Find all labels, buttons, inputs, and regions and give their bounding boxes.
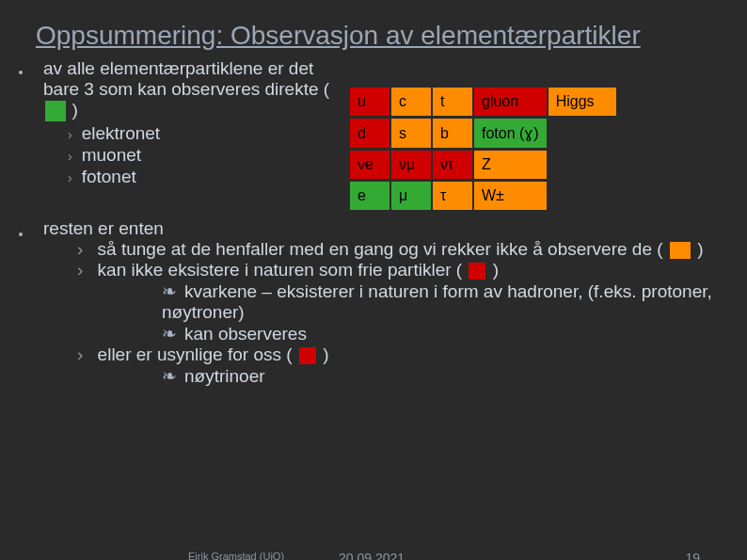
sub-pre: kan ikke eksistere i naturen som frie pa… (98, 260, 463, 280)
sub-pre: så tunge at de henfaller med en gang og … (98, 239, 663, 259)
table-cell: νe (350, 151, 389, 179)
intro-close: ) (72, 100, 77, 120)
table-cell: Z (474, 151, 547, 179)
table-cell: W± (474, 182, 547, 210)
footer-date: 20.09.2021 (339, 551, 405, 560)
list-item: nøytrinoer (162, 365, 719, 387)
list-item: eller er usynlige for oss ( ) (77, 344, 719, 365)
red-swatch-icon (469, 263, 485, 280)
footer-author: Eirik Gramstad (UiO) (188, 551, 284, 560)
sub-post: ) (323, 344, 328, 364)
particle-table: uctgluonHiggsdsbfoton (ɣ)νeνμντZeμτW± (348, 85, 618, 213)
sub-post: ) (493, 260, 499, 280)
list-item: muonet (68, 145, 339, 167)
table-cell: e (350, 182, 389, 210)
table-cell: u (350, 88, 389, 116)
table-cell: s (391, 119, 431, 148)
list-item: fotonet (68, 167, 339, 188)
list-item: elektronet (68, 123, 339, 145)
table-cell: νμ (391, 151, 431, 179)
list-item: så tunge at de henfaller med en gang og … (77, 239, 719, 260)
table-cell: c (391, 88, 431, 116)
table-cell: foton (ɣ) (474, 119, 547, 148)
red-swatch-icon (299, 347, 316, 364)
table-cell: b (433, 119, 472, 148)
bullet-icon (19, 218, 30, 387)
orange-swatch-icon (670, 242, 691, 259)
table-cell: d (350, 119, 389, 148)
table-cell: Higgs (548, 88, 616, 116)
table-cell: t (433, 88, 472, 116)
table-cell: ντ (433, 151, 472, 179)
green-swatch-icon (45, 101, 66, 121)
intro-text: av alle elementærpartiklene er det bare … (43, 58, 329, 99)
table-cell: τ (433, 182, 472, 210)
table-cell: gluon (474, 88, 547, 116)
sub-post: ) (697, 239, 703, 259)
bullet-icon (19, 58, 30, 188)
table-cell: μ (391, 182, 431, 210)
list-item: kan ikke eksistere i naturen som frie pa… (77, 260, 719, 280)
slide-title: Oppsummering: Observasjon av elementærpa… (0, 0, 747, 51)
footer-page: 19 (685, 551, 700, 560)
list-item: kan observeres (162, 323, 719, 344)
block2-intro: resten er enten (43, 218, 164, 238)
list-item: kvarkene – eksisterer i naturen i form a… (162, 280, 719, 323)
sub-pre: eller er usynlige for oss ( (98, 344, 293, 364)
